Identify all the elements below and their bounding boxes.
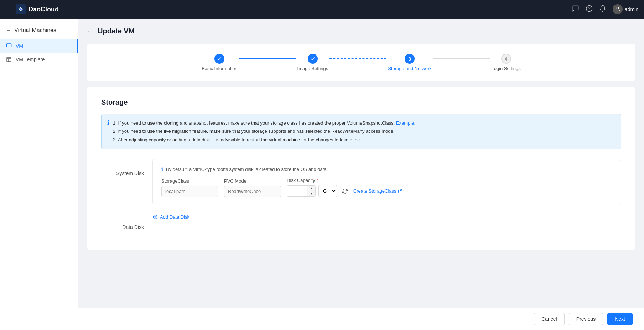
logo: DaoCloud — [16, 4, 59, 14]
page-title: Update VM — [98, 27, 134, 35]
pvc-mode-field: PVC Mode — [224, 178, 281, 197]
system-disk-info-icon: ℹ — [161, 167, 163, 172]
disk-capacity-input[interactable]: 10 — [287, 186, 307, 196]
info-line-2: 2. If you need to use the live migration… — [113, 127, 415, 135]
step-circle-1 — [214, 54, 224, 64]
pvc-mode-label: PVC Mode — [224, 178, 281, 184]
hamburger-menu-button[interactable]: ☰ — [6, 5, 11, 13]
topnav: ☰ DaoCloud admin — [0, 0, 644, 19]
disk-unit-select[interactable]: Gi Mi Ti — [318, 185, 337, 197]
spinner-up-button[interactable]: ▲ — [307, 186, 315, 191]
add-disk-icon: ⊕ — [152, 213, 158, 221]
step-circle-4: 4 — [501, 54, 511, 64]
sidebar-back-label: Virtual Machines — [14, 27, 56, 33]
system-disk-row: System Disk ℹ By default, a VirtIO-type … — [101, 159, 621, 204]
stepper-card: Basic Information Image Settings 3 — [87, 44, 635, 81]
number-input-wrapper: 10 ▲ ▼ — [287, 185, 316, 197]
page-back-button[interactable]: ← — [87, 27, 93, 35]
storage-class-input[interactable] — [161, 186, 218, 197]
step-label-3: Storage and Network — [388, 66, 431, 71]
step-image-settings: Image Settings — [297, 54, 328, 71]
disk-capacity-field: Disk Capacity * 10 ▲ ▼ — [287, 178, 402, 197]
system-disk-box: ℹ By default, a VirtIO-type rootfs syste… — [152, 159, 621, 204]
storage-info-box: ℹ 1. If you need to use the cloning and … — [101, 114, 621, 149]
step-connector-3 — [433, 58, 490, 59]
step-label-1: Basic Information — [202, 66, 237, 71]
avatar — [613, 4, 623, 14]
storage-section-title: Storage — [101, 98, 621, 106]
sidebar-item-vm-template-label: VM Template — [16, 57, 45, 62]
system-disk-content: ℹ By default, a VirtIO-type rootfs syste… — [152, 159, 621, 204]
spinner-down-button[interactable]: ▼ — [307, 191, 315, 197]
step-label-4: Login Settings — [491, 66, 520, 71]
info-line-1: 1. If you need to use the cloning and sn… — [113, 119, 415, 127]
svg-rect-4 — [6, 44, 11, 47]
previous-button[interactable]: Previous — [569, 313, 603, 325]
storage-class-field: StorageClass — [161, 178, 218, 197]
example-link[interactable]: Example. — [396, 120, 415, 126]
next-button[interactable]: Next — [607, 313, 633, 325]
step-storage-network: 3 Storage and Network — [388, 54, 431, 71]
help-icon[interactable] — [586, 5, 593, 14]
svg-point-3 — [617, 7, 618, 9]
stepper: Basic Information Image Settings 3 — [101, 54, 621, 71]
svg-line-8 — [400, 189, 402, 192]
storage-card: Storage ℹ 1. If you need to use the clon… — [87, 87, 635, 250]
page-header: ← Update VM — [87, 27, 635, 35]
info-line-3: 3. After adjusting capacity or adding a … — [113, 136, 415, 144]
messages-icon[interactable] — [572, 5, 579, 14]
footer: Cancel Previous Next — [78, 308, 644, 330]
step-basic-info: Basic Information — [202, 54, 237, 71]
step-label-2: Image Settings — [297, 66, 328, 71]
step-login-settings: 4 Login Settings — [491, 54, 520, 71]
info-icon: ℹ — [107, 119, 109, 144]
sidebar-item-vm-label: VM — [16, 43, 23, 49]
step-connector-2 — [329, 58, 386, 59]
storage-class-label: StorageClass — [161, 178, 218, 184]
info-box-content: 1. If you need to use the cloning and sn… — [113, 119, 415, 144]
step-number-4: 4 — [505, 56, 507, 62]
sidebar-item-vm[interactable]: VM — [0, 39, 78, 53]
topnav-icons: admin — [572, 4, 638, 14]
pvc-mode-input[interactable] — [224, 186, 281, 197]
vm-icon — [6, 43, 12, 49]
logo-text: DaoCloud — [28, 6, 59, 13]
user-menu[interactable]: admin — [613, 4, 638, 14]
sidebar-item-vm-template[interactable]: VM Template — [0, 53, 78, 66]
daocloud-logo-icon — [16, 4, 26, 14]
sidebar-back-button[interactable]: ← Virtual Machines — [0, 24, 78, 36]
step-number-3: 3 — [409, 56, 411, 62]
main-content: ← Update VM Basic Information — [78, 19, 644, 330]
data-disk-label: Data Disk — [101, 213, 144, 230]
system-disk-info: ℹ By default, a VirtIO-type rootfs syste… — [161, 167, 612, 172]
disk-capacity-label: Disk Capacity * — [287, 178, 402, 183]
back-arrow-icon: ← — [6, 27, 11, 33]
data-disk-row: Data Disk ⊕ Add Data Disk — [101, 213, 621, 230]
step-connector-1 — [239, 58, 296, 59]
refresh-button[interactable] — [340, 186, 350, 197]
step-circle-3: 3 — [405, 54, 415, 64]
required-star: * — [316, 178, 318, 183]
sidebar: ← Virtual Machines VM VM Template — [0, 19, 78, 330]
cancel-button[interactable]: Cancel — [534, 313, 565, 325]
vm-template-icon — [6, 56, 12, 63]
system-disk-label: System Disk — [101, 159, 144, 176]
step-circle-2 — [308, 54, 318, 64]
add-data-disk-button[interactable]: ⊕ Add Data Disk — [152, 213, 189, 221]
data-disk-content: ⊕ Add Data Disk — [152, 213, 621, 221]
svg-rect-7 — [7, 57, 11, 62]
number-spinners: ▲ ▼ — [307, 186, 315, 196]
username-label: admin — [625, 6, 638, 12]
create-storage-class-link[interactable]: Create StorageClass — [353, 188, 402, 194]
disk-capacity-wrapper: 10 ▲ ▼ Gi Mi Ti — [287, 185, 402, 197]
notifications-icon[interactable] — [599, 5, 606, 14]
disk-fields: StorageClass PVC Mode Dis — [161, 178, 612, 197]
